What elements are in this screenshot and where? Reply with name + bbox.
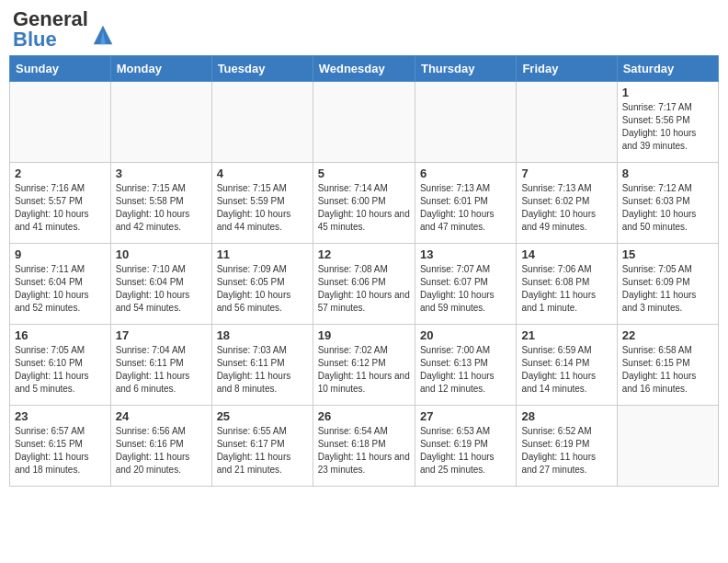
- calendar-day-cell: 5Sunrise: 7:14 AMSunset: 6:00 PMDaylight…: [313, 163, 415, 244]
- calendar-day-cell: 20Sunrise: 7:00 AMSunset: 6:13 PMDayligh…: [415, 325, 516, 406]
- weekday-header-friday: Friday: [517, 56, 617, 82]
- day-number: 9: [15, 247, 106, 261]
- day-info: Sunrise: 7:16 AMSunset: 5:57 PMDaylight:…: [15, 182, 106, 234]
- day-info: Sunrise: 6:56 AMSunset: 6:16 PMDaylight:…: [116, 425, 207, 477]
- day-info: Sunrise: 7:10 AMSunset: 6:04 PMDaylight:…: [116, 263, 207, 315]
- calendar-day-cell: 11Sunrise: 7:09 AMSunset: 6:05 PMDayligh…: [211, 244, 313, 325]
- calendar-day-cell: 2Sunrise: 7:16 AMSunset: 5:57 PMDaylight…: [10, 163, 111, 244]
- day-number: 6: [420, 167, 511, 180]
- calendar-day-cell: 6Sunrise: 7:13 AMSunset: 6:01 PMDaylight…: [415, 163, 516, 244]
- calendar-day-cell: 1Sunrise: 7:17 AMSunset: 5:56 PMDaylight…: [617, 82, 718, 163]
- day-number: 13: [420, 247, 511, 261]
- day-number: 8: [622, 167, 713, 180]
- page-header: General Blue: [9, 9, 719, 50]
- day-info: Sunrise: 6:52 AMSunset: 6:19 PMDaylight:…: [521, 425, 611, 477]
- day-info: Sunrise: 7:13 AMSunset: 6:01 PMDaylight:…: [420, 182, 511, 234]
- calendar-day-cell: [517, 82, 617, 163]
- day-number: 5: [318, 167, 410, 180]
- calendar-day-cell: 25Sunrise: 6:55 AMSunset: 6:17 PMDayligh…: [211, 406, 313, 487]
- day-number: 22: [622, 328, 713, 342]
- calendar-week-row: 1Sunrise: 7:17 AMSunset: 5:56 PMDaylight…: [10, 82, 719, 163]
- day-info: Sunrise: 7:05 AMSunset: 6:09 PMDaylight:…: [622, 263, 713, 315]
- day-info: Sunrise: 6:54 AMSunset: 6:18 PMDaylight:…: [318, 425, 410, 477]
- day-number: 1: [622, 86, 713, 99]
- calendar-day-cell: 21Sunrise: 6:59 AMSunset: 6:14 PMDayligh…: [517, 325, 617, 406]
- day-number: 2: [15, 167, 106, 180]
- day-info: Sunrise: 6:53 AMSunset: 6:19 PMDaylight:…: [420, 425, 511, 477]
- calendar-week-row: 23Sunrise: 6:57 AMSunset: 6:15 PMDayligh…: [10, 406, 719, 487]
- calendar-day-cell: 4Sunrise: 7:15 AMSunset: 5:59 PMDaylight…: [211, 163, 313, 244]
- day-number: 23: [15, 409, 106, 423]
- day-info: Sunrise: 7:00 AMSunset: 6:13 PMDaylight:…: [420, 344, 511, 396]
- day-info: Sunrise: 7:13 AMSunset: 6:02 PMDaylight:…: [521, 182, 611, 234]
- calendar-day-cell: 8Sunrise: 7:12 AMSunset: 6:03 PMDaylight…: [617, 163, 718, 244]
- weekday-header-wednesday: Wednesday: [313, 56, 415, 82]
- day-info: Sunrise: 7:07 AMSunset: 6:07 PMDaylight:…: [420, 263, 511, 315]
- day-info: Sunrise: 6:58 AMSunset: 6:15 PMDaylight:…: [622, 344, 713, 396]
- day-number: 16: [15, 328, 106, 342]
- day-number: 15: [622, 247, 713, 261]
- day-info: Sunrise: 7:15 AMSunset: 5:58 PMDaylight:…: [116, 182, 207, 234]
- day-number: 10: [116, 247, 207, 261]
- day-number: 12: [318, 247, 410, 261]
- calendar-week-row: 9Sunrise: 7:11 AMSunset: 6:04 PMDaylight…: [10, 244, 719, 325]
- weekday-header-sunday: Sunday: [10, 56, 111, 82]
- logo: General Blue: [13, 9, 116, 50]
- weekday-header-saturday: Saturday: [617, 56, 718, 82]
- day-number: 17: [116, 328, 207, 342]
- day-number: 14: [521, 247, 611, 261]
- day-info: Sunrise: 7:05 AMSunset: 6:10 PMDaylight:…: [15, 344, 106, 396]
- calendar-day-cell: 13Sunrise: 7:07 AMSunset: 6:07 PMDayligh…: [415, 244, 516, 325]
- day-info: Sunrise: 7:17 AMSunset: 5:56 PMDaylight:…: [622, 101, 713, 153]
- calendar-day-cell: 12Sunrise: 7:08 AMSunset: 6:06 PMDayligh…: [313, 244, 415, 325]
- calendar-day-cell: 24Sunrise: 6:56 AMSunset: 6:16 PMDayligh…: [110, 406, 211, 487]
- weekday-header-monday: Monday: [110, 56, 211, 82]
- calendar-day-cell: 16Sunrise: 7:05 AMSunset: 6:10 PMDayligh…: [10, 325, 111, 406]
- day-number: 18: [217, 328, 308, 342]
- day-number: 27: [420, 409, 511, 423]
- calendar-day-cell: [313, 82, 415, 163]
- calendar-day-cell: 28Sunrise: 6:52 AMSunset: 6:19 PMDayligh…: [517, 406, 617, 487]
- day-number: 21: [521, 328, 611, 342]
- day-info: Sunrise: 6:57 AMSunset: 6:15 PMDaylight:…: [15, 425, 106, 477]
- calendar-day-cell: [617, 406, 718, 487]
- day-info: Sunrise: 7:12 AMSunset: 6:03 PMDaylight:…: [622, 182, 713, 234]
- day-info: Sunrise: 7:02 AMSunset: 6:12 PMDaylight:…: [318, 344, 410, 396]
- weekday-header-tuesday: Tuesday: [211, 56, 313, 82]
- calendar-day-cell: [415, 82, 516, 163]
- calendar-day-cell: 17Sunrise: 7:04 AMSunset: 6:11 PMDayligh…: [110, 325, 211, 406]
- day-number: 24: [116, 409, 207, 423]
- calendar-week-row: 16Sunrise: 7:05 AMSunset: 6:10 PMDayligh…: [10, 325, 719, 406]
- day-number: 7: [521, 167, 611, 180]
- day-number: 4: [217, 167, 308, 180]
- day-number: 20: [420, 328, 511, 342]
- calendar-day-cell: 15Sunrise: 7:05 AMSunset: 6:09 PMDayligh…: [617, 244, 718, 325]
- calendar-day-cell: 19Sunrise: 7:02 AMSunset: 6:12 PMDayligh…: [313, 325, 415, 406]
- day-info: Sunrise: 7:06 AMSunset: 6:08 PMDaylight:…: [521, 263, 611, 315]
- day-info: Sunrise: 7:14 AMSunset: 6:00 PMDaylight:…: [318, 182, 410, 234]
- calendar-day-cell: 23Sunrise: 6:57 AMSunset: 6:15 PMDayligh…: [10, 406, 111, 487]
- day-info: Sunrise: 6:55 AMSunset: 6:17 PMDaylight:…: [217, 425, 308, 477]
- calendar-day-cell: 3Sunrise: 7:15 AMSunset: 5:58 PMDaylight…: [110, 163, 211, 244]
- day-number: 11: [217, 247, 308, 261]
- calendar-day-cell: 27Sunrise: 6:53 AMSunset: 6:19 PMDayligh…: [415, 406, 516, 487]
- weekday-header-row: SundayMondayTuesdayWednesdayThursdayFrid…: [10, 56, 719, 82]
- calendar-week-row: 2Sunrise: 7:16 AMSunset: 5:57 PMDaylight…: [10, 163, 719, 244]
- calendar-day-cell: 14Sunrise: 7:06 AMSunset: 6:08 PMDayligh…: [517, 244, 617, 325]
- day-info: Sunrise: 7:08 AMSunset: 6:06 PMDaylight:…: [318, 263, 410, 315]
- day-number: 3: [116, 167, 207, 180]
- day-number: 26: [318, 409, 410, 423]
- logo-icon: [90, 22, 116, 48]
- day-info: Sunrise: 6:59 AMSunset: 6:14 PMDaylight:…: [521, 344, 611, 396]
- calendar-day-cell: 7Sunrise: 7:13 AMSunset: 6:02 PMDaylight…: [517, 163, 617, 244]
- day-info: Sunrise: 7:11 AMSunset: 6:04 PMDaylight:…: [15, 263, 106, 315]
- weekday-header-thursday: Thursday: [415, 56, 516, 82]
- calendar-day-cell: 18Sunrise: 7:03 AMSunset: 6:11 PMDayligh…: [211, 325, 313, 406]
- calendar-table: SundayMondayTuesdayWednesdayThursdayFrid…: [9, 55, 719, 487]
- day-info: Sunrise: 7:04 AMSunset: 6:11 PMDaylight:…: [116, 344, 207, 396]
- calendar-day-cell: [110, 82, 211, 163]
- calendar-day-cell: 26Sunrise: 6:54 AMSunset: 6:18 PMDayligh…: [313, 406, 415, 487]
- calendar-day-cell: [211, 82, 313, 163]
- calendar-day-cell: 22Sunrise: 6:58 AMSunset: 6:15 PMDayligh…: [617, 325, 718, 406]
- day-info: Sunrise: 7:09 AMSunset: 6:05 PMDaylight:…: [217, 263, 308, 315]
